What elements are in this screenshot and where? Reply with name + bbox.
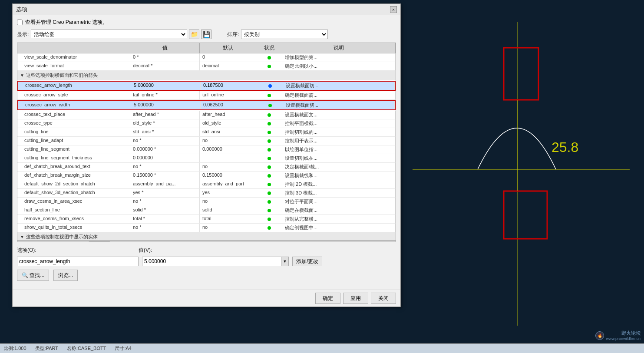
table-row[interactable]: view_scale_denominator 0 * 0 增加模型的第... [17, 53, 396, 62]
group-arrow: ▼ [20, 73, 24, 78]
cell-value: no * [130, 137, 200, 145]
cell-value: tail_online * [130, 91, 200, 99]
table-row[interactable]: cutting_line_segment 0.000000 * 0.000000… [17, 145, 396, 154]
cell-desc: 以绘图单位指... [282, 145, 396, 154]
cell-desc: 设置横截线和... [282, 172, 396, 180]
table-row[interactable]: def_xhatch_break_around_text no * no 决定横… [17, 163, 396, 172]
table-row[interactable]: crossec_arrow_style tail_online * tail_o… [17, 91, 396, 100]
statusbar: 比例:1.000 类型:PART 名称:CASE_BOTT 尺寸:A4 [0, 343, 644, 353]
display-select[interactable]: 活动绘图 [31, 30, 187, 39]
table-row[interactable]: cutting_line_segment_thickness 0.000000 … [17, 154, 396, 163]
dialog-close-button[interactable]: × [390, 6, 397, 13]
table-row[interactable]: default_show_3d_section_xhatch yes * yes… [17, 189, 396, 198]
sort-select[interactable]: 按类别 [241, 30, 328, 39]
group-header-1: ▼ 这些选项控制横截面和它们的箭头 [17, 71, 396, 80]
cell-value: solid * [130, 206, 200, 214]
cell-status [256, 137, 282, 145]
checkbox-row: 查看并管理 Creo Parametric 选项。 [17, 19, 396, 26]
watermark: 🔥 野火论坛 www.proewildfire.cn [595, 330, 641, 341]
table-row[interactable]: half_section_line solid * solid 确定在横截面..… [17, 206, 396, 215]
cell-status [256, 224, 282, 232]
status-dot [268, 56, 271, 59]
ok-button[interactable]: 确定 [315, 293, 340, 304]
bottom-section: 选项(O): 值(V): ▼ 添加/更改 🔍 查找... 浏览... [17, 245, 396, 286]
watermark-icon: 🔥 [595, 331, 604, 340]
scrollbar-thumb-h[interactable] [89, 241, 110, 243]
cell-value: total * [130, 215, 200, 223]
table-row[interactable]: default_show_2d_section_xhatch assembly_… [17, 180, 396, 189]
table-row[interactable]: cutting_line_adapt no * no 控制用于表示... [17, 137, 396, 145]
table-row[interactable]: draw_cosms_in_area_xsec no * no 对位于平面周..… [17, 198, 396, 206]
cell-default: assembly_and_part [200, 180, 256, 188]
status-dot [268, 174, 271, 178]
cell-desc: 对位于平面周... [282, 198, 396, 206]
status-dot [268, 131, 271, 134]
status-dot [268, 226, 271, 230]
watermark-line2: www.proewildfire.cn [606, 337, 641, 341]
cell-desc: 控制 2D 模截... [282, 180, 396, 188]
browse-button[interactable]: 浏览... [53, 270, 78, 281]
table-row[interactable]: def_xhatch_break_margin_size 0.150000 * … [17, 172, 396, 180]
cell-value: 0 * [130, 53, 200, 62]
cell-status [256, 53, 282, 62]
cell-default: old_style [200, 119, 256, 128]
cell-value: 0.000000 [130, 154, 200, 162]
cell-default: no [200, 137, 256, 145]
cell-status [257, 82, 283, 90]
cell-value: 0.000000 * [130, 145, 200, 154]
status-dot [268, 94, 271, 97]
cell-name: crossec_arrow_width [18, 101, 131, 109]
cad-drawing: 25.8 [391, 0, 644, 343]
display-label: 显示: [17, 31, 29, 38]
sort-label: 排序: [227, 31, 239, 38]
cell-name: default_show_3d_section_xhatch [17, 189, 130, 197]
watermark-logo: 🔥 野火论坛 www.proewildfire.cn [595, 330, 641, 341]
value-dropdown-button[interactable]: ▼ [281, 257, 289, 266]
add-change-button[interactable]: 添加/更改 [292, 257, 322, 266]
table-row[interactable]: crossec_text_place after_head * after_he… [17, 111, 396, 119]
status-dot [268, 157, 271, 160]
value-input[interactable] [142, 257, 281, 266]
cell-default: 0.150000 [200, 172, 256, 180]
cell-status [257, 101, 283, 109]
cell-desc: 确定比例以小... [282, 62, 396, 70]
table-row[interactable]: crossec_type old_style * old_style 控制平面横… [17, 119, 396, 128]
toolbar-btn-1[interactable]: 📁 [189, 30, 199, 39]
table-row[interactable]: cutting_line std_ansi * std_ansi 控制切割线的.… [17, 128, 396, 137]
statusbar-type: 类型:PART [35, 345, 58, 352]
status-dot [268, 65, 271, 68]
table-row[interactable]: show_quilts_in_total_xsecs no * no 确定剖视图… [17, 224, 396, 232]
cell-status [256, 163, 282, 171]
watermark-line1: 野火论坛 [606, 330, 641, 337]
cell-default: after_head [200, 111, 256, 119]
scrollbar-h[interactable] [17, 240, 396, 242]
cell-value: no * [130, 163, 200, 171]
search-button[interactable]: 🔍 查找... [17, 270, 49, 281]
table-row-highlighted2[interactable]: crossec_arrow_width 5.000000 0.062500 设置… [17, 100, 396, 110]
cell-value: std_ansi * [130, 128, 200, 136]
apply-button[interactable]: 应用 [343, 293, 368, 304]
status-dot [268, 191, 271, 195]
cell-desc: 决定横截面/截... [282, 163, 396, 171]
toolbar-btn-2[interactable]: 💾 [201, 30, 211, 39]
cell-value: 0.150000 * [130, 172, 200, 180]
table-row[interactable]: view_scale_format decimal * decimal 确定比例… [17, 62, 396, 71]
cell-name: cutting_line_segment_thickness [17, 154, 130, 162]
option-row: 选项(O): 值(V): [17, 247, 396, 254]
cell-status [256, 62, 282, 70]
table-row-highlighted[interactable]: crossec_arrow_length 5.000000 0.187500 设… [17, 81, 396, 91]
manage-options-checkbox[interactable] [17, 20, 23, 25]
cell-desc: 控制 3D 模截... [282, 189, 396, 197]
table-row[interactable]: remove_cosms_from_xsecs total * total 控制… [17, 215, 396, 224]
statusbar-size: 尺寸:A4 [115, 345, 132, 352]
cell-desc: 增加模型的第... [282, 53, 396, 62]
close-button[interactable]: 关闭 [371, 293, 396, 304]
cell-name: cutting_line_segment [17, 145, 130, 154]
cell-desc: 设置横截面切... [283, 82, 395, 90]
table-body[interactable]: view_scale_denominator 0 * 0 增加模型的第... v… [17, 53, 396, 240]
option-name-input[interactable] [17, 257, 139, 266]
options-table: 值 默认 状况 说明 view_scale_denominator 0 * 0 … [17, 43, 396, 242]
svg-rect-3 [504, 191, 547, 239]
cell-default: 0.187500 [201, 82, 257, 90]
cell-desc: 确定剖视图中... [282, 224, 396, 232]
